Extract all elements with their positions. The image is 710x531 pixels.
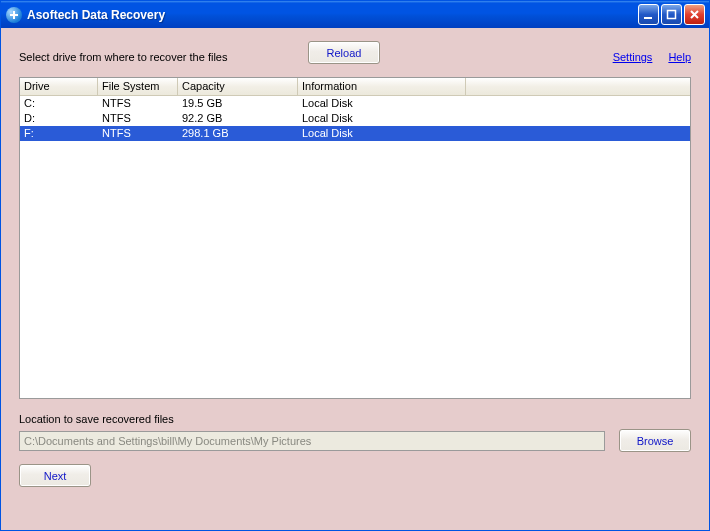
grid-body: C:NTFS19.5 GBLocal DiskD:NTFS92.2 GBLoca…: [20, 96, 690, 141]
close-button[interactable]: [684, 4, 705, 25]
cell: C:: [20, 96, 98, 111]
link-group: Settings Help: [613, 51, 691, 63]
grid-header: Drive File System Capacity Information: [20, 78, 690, 96]
instruction-text: Select drive from where to recover the f…: [19, 51, 227, 63]
maximize-button[interactable]: [661, 4, 682, 25]
settings-link[interactable]: Settings: [613, 51, 653, 63]
bottom-row: Next: [19, 464, 691, 487]
cell: NTFS: [98, 126, 178, 141]
save-row: Browse: [19, 429, 691, 452]
cell: 298.1 GB: [178, 126, 298, 141]
cell: 92.2 GB: [178, 111, 298, 126]
cell: Local Disk: [298, 111, 466, 126]
cell: F:: [20, 126, 98, 141]
help-link[interactable]: Help: [668, 51, 691, 63]
col-drive[interactable]: Drive: [20, 78, 98, 95]
save-path-input[interactable]: [19, 431, 605, 451]
table-row[interactable]: C:NTFS19.5 GBLocal Disk: [20, 96, 690, 111]
cell: NTFS: [98, 96, 178, 111]
titlebar[interactable]: Asoftech Data Recovery: [1, 1, 709, 28]
app-icon: [6, 7, 22, 23]
col-spacer: [466, 78, 690, 95]
window-controls: [638, 4, 705, 25]
app-window: Asoftech Data Recovery Select drive from…: [0, 0, 710, 531]
cell: Local Disk: [298, 126, 466, 141]
svg-rect-1: [668, 11, 676, 19]
cell: 19.5 GB: [178, 96, 298, 111]
cell: NTFS: [98, 111, 178, 126]
minimize-button[interactable]: [638, 4, 659, 25]
table-row[interactable]: D:NTFS92.2 GBLocal Disk: [20, 111, 690, 126]
svg-rect-0: [644, 17, 652, 19]
drive-grid[interactable]: Drive File System Capacity Information C…: [19, 77, 691, 399]
client-area: Select drive from where to recover the f…: [4, 31, 706, 527]
next-button[interactable]: Next: [19, 464, 91, 487]
reload-button[interactable]: Reload: [308, 41, 380, 64]
maximize-icon: [666, 9, 677, 20]
cell: D:: [20, 111, 98, 126]
table-row[interactable]: F:NTFS298.1 GBLocal Disk: [20, 126, 690, 141]
minimize-icon: [643, 9, 654, 20]
col-filesystem[interactable]: File System: [98, 78, 178, 95]
save-location-label: Location to save recovered files: [19, 413, 691, 425]
col-capacity[interactable]: Capacity: [178, 78, 298, 95]
window-title: Asoftech Data Recovery: [27, 8, 638, 22]
close-icon: [689, 9, 700, 20]
col-information[interactable]: Information: [298, 78, 466, 95]
cell: Local Disk: [298, 96, 466, 111]
browse-button[interactable]: Browse: [619, 429, 691, 452]
